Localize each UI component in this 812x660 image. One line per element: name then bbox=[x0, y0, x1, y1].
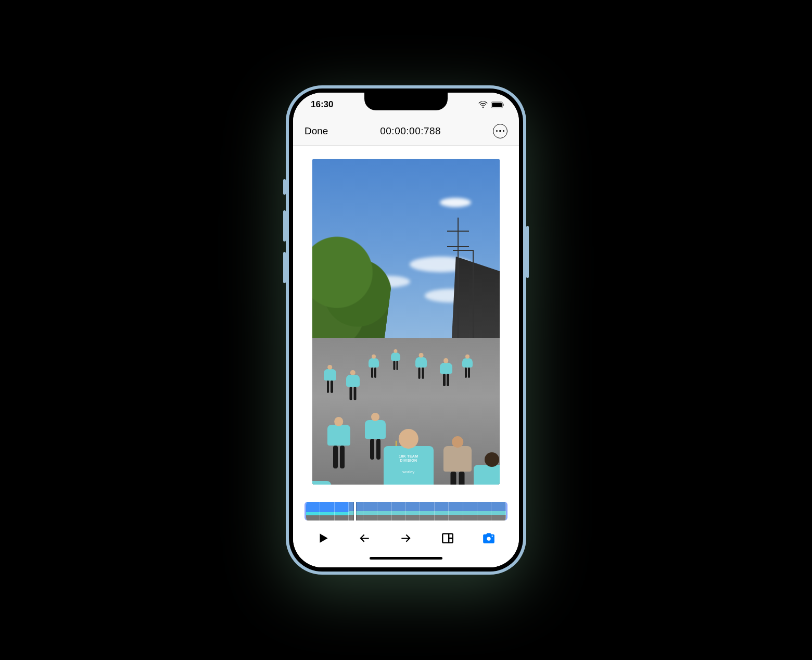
shirt-text: 10K TEAM DIVISION bbox=[384, 454, 434, 463]
timeline-thumb bbox=[449, 502, 463, 521]
volume-up-button bbox=[283, 210, 286, 242]
runner-figure bbox=[391, 352, 400, 361]
timeline-thumb bbox=[320, 502, 334, 521]
ellipsis-dot-icon bbox=[499, 130, 501, 132]
video-timeline[interactable] bbox=[304, 502, 508, 521]
statusbar-time: 16:30 bbox=[311, 99, 333, 110]
runner-figure bbox=[440, 363, 452, 374]
play-button[interactable] bbox=[312, 527, 335, 550]
timeline-thumb bbox=[392, 502, 406, 521]
timeline-thumb bbox=[435, 502, 449, 521]
editor-toolbar bbox=[293, 523, 519, 555]
aspect-icon bbox=[441, 531, 454, 545]
timeline-thumb bbox=[306, 502, 320, 521]
stage: 16:30 bbox=[0, 0, 812, 660]
editor-header: Done 00:00:00:788 bbox=[293, 117, 519, 146]
timeline-thumb bbox=[463, 502, 477, 521]
timeline-thumb bbox=[420, 502, 434, 521]
runner-figure bbox=[369, 358, 379, 367]
svg-point-6 bbox=[487, 537, 490, 540]
runner-figure bbox=[324, 369, 336, 380]
svg-point-7 bbox=[492, 536, 493, 537]
timeline-thumb bbox=[491, 502, 505, 521]
previous-frame-button[interactable] bbox=[353, 527, 376, 550]
timecode-display: 00:00:00:788 bbox=[380, 125, 441, 137]
runner-figure bbox=[365, 420, 386, 439]
timeline-area bbox=[293, 498, 519, 523]
battery-icon bbox=[491, 101, 504, 108]
wifi-icon bbox=[478, 101, 488, 108]
more-button[interactable] bbox=[493, 124, 508, 138]
phone-screen: 16:30 bbox=[293, 93, 519, 567]
video-preview[interactable]: 10K TEAM DIVISION worley bbox=[312, 159, 500, 485]
ellipsis-dot-icon bbox=[496, 130, 498, 132]
runner-figure bbox=[415, 357, 427, 367]
volume-down-button bbox=[283, 252, 286, 283]
play-icon bbox=[316, 531, 330, 545]
camera-icon bbox=[482, 531, 496, 545]
utility-pole-icon bbox=[458, 218, 459, 348]
runner-figure bbox=[474, 465, 500, 485]
shirt-logo: worley bbox=[384, 469, 434, 474]
runner-figure bbox=[327, 425, 350, 446]
timeline-thumb bbox=[406, 502, 420, 521]
aspect-tool-button[interactable] bbox=[436, 527, 459, 550]
timeline-thumb bbox=[335, 502, 349, 521]
timeline-thumb bbox=[377, 502, 391, 521]
power-button bbox=[526, 226, 529, 278]
runner-figure bbox=[462, 358, 473, 367]
camera-capture-button[interactable] bbox=[477, 527, 500, 550]
timeline-playhead[interactable] bbox=[354, 502, 356, 521]
cloud-icon bbox=[440, 198, 471, 207]
ellipsis-dot-icon bbox=[503, 130, 505, 132]
arrow-left-icon bbox=[358, 531, 371, 545]
home-indicator[interactable] bbox=[293, 555, 519, 567]
mute-switch bbox=[283, 179, 286, 195]
runner-figure bbox=[346, 375, 360, 387]
arrow-right-icon bbox=[399, 531, 413, 545]
done-button[interactable]: Done bbox=[304, 125, 328, 137]
timeline-thumb bbox=[477, 502, 491, 521]
svg-rect-1 bbox=[492, 103, 502, 107]
runner-figure bbox=[312, 481, 331, 485]
device-notch bbox=[364, 93, 448, 110]
svg-rect-2 bbox=[503, 104, 504, 106]
next-frame-button[interactable] bbox=[395, 527, 417, 550]
runner-figure-main: 10K TEAM DIVISION worley bbox=[384, 446, 434, 485]
preview-area: 10K TEAM DIVISION worley bbox=[293, 146, 519, 498]
runner-figure bbox=[443, 446, 472, 472]
street-lamp-icon bbox=[473, 250, 474, 348]
iphone-frame: 16:30 bbox=[286, 85, 526, 575]
timeline-thumb bbox=[363, 502, 377, 521]
